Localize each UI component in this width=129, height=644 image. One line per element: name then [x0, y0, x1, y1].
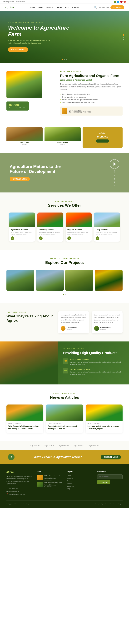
google-plus-icon[interactable]	[124, 1, 126, 3]
footer-newsletter-input[interactable]	[97, 474, 123, 479]
intro-list: Lorem ipsum is not simply random text If…	[60, 93, 123, 104]
service-3-arrow[interactable]: →	[67, 236, 71, 240]
news-1-title[interactable]: Why Eco and Walking or Agriculture for T…	[8, 425, 41, 430]
footer-news-item-2[interactable]: A Place Where Happy More Make a Differen…	[37, 481, 62, 488]
nav-item-contact[interactable]: Contact	[72, 6, 79, 8]
project-card-4[interactable]	[95, 270, 123, 291]
seedling-icon: 🌱	[64, 370, 67, 372]
footer-explore-contact[interactable]: Contact Us	[67, 485, 92, 488]
service-4-arrow[interactable]: →	[96, 236, 99, 240]
footer-bottom: © Copyright 2022 by Iss Creative Company…	[6, 500, 123, 505]
service-1-arrow[interactable]: →	[11, 236, 14, 240]
nav-item-about[interactable]: About	[38, 6, 43, 8]
service-2-arrow[interactable]: →	[39, 236, 43, 240]
feature-card-2-image	[44, 127, 81, 140]
intro-tip: BEFORE SOWING Tips for Ripening your Fru…	[60, 106, 123, 116]
carousel-dot-2[interactable]	[65, 294, 66, 295]
service-2-body: Fresh Vegetables Lorem ipsum is simply f…	[37, 227, 63, 242]
footer-news-2-title: A Place Where Happy More Make a Differen…	[44, 482, 62, 486]
news-3-title[interactable]: Leverage agile frameworks to provide a r…	[88, 425, 121, 430]
hq-item-2-icon: 🌱	[63, 368, 68, 374]
carousel-dot-1[interactable]	[63, 294, 64, 295]
footer-newsletter-title: Newsletter	[97, 470, 123, 472]
service-card-4: Dairy Products Lorem ipsum is simply fre…	[94, 212, 120, 242]
stat-label: Successful Project Completed	[9, 107, 26, 108]
hero-dot-2[interactable]	[64, 59, 65, 60]
twitter-icon[interactable]	[117, 1, 119, 3]
intro-farm-image	[6, 71, 42, 98]
nav-item-pages[interactable]: Pages	[57, 6, 62, 8]
testimonial-1-author: Christina Eva Customer	[61, 326, 86, 331]
nav-item-blog[interactable]: Blog	[65, 6, 69, 8]
feature-card-1-sublabel: Standards	[6, 144, 43, 145]
hero-title: Welcome to Agriculture Farm	[8, 24, 69, 37]
feature-card-1-image	[6, 127, 43, 140]
news-1-comments: 0 Comments	[13, 422, 21, 424]
project-card-2[interactable]	[36, 270, 64, 291]
pinterest-icon[interactable]	[120, 1, 123, 3]
facebook-icon[interactable]	[114, 1, 116, 3]
news-2-title[interactable]: Bring to the table win-win survival stra…	[48, 425, 81, 430]
partner-5: agriworld	[89, 444, 99, 447]
nav-item-services[interactable]: Services	[46, 6, 54, 8]
footer-explore-blog[interactable]: Blog	[67, 488, 92, 490]
hero-side-nav	[123, 34, 124, 40]
news-1-category: FARM	[8, 422, 12, 424]
service-2-desc: Lorem ipsum is simply free text dolor si…	[39, 231, 62, 235]
arrow-icon-2: →	[40, 238, 42, 239]
play-button[interactable]	[110, 159, 119, 169]
project-card-1[interactable]	[6, 270, 34, 291]
search-icon[interactable]: 🔍	[94, 6, 97, 8]
footer-support-link[interactable]: Support	[118, 503, 123, 505]
arrow-icon-4: →	[97, 238, 98, 239]
service-4-image	[94, 212, 120, 227]
hero-dot-1[interactable]	[62, 59, 63, 60]
hero-discover-button[interactable]: DISCOVER MORE	[8, 47, 28, 52]
nav-item-home[interactable]: Home	[30, 6, 35, 8]
footer-explore-services[interactable]: Services	[67, 480, 92, 482]
hq-item-2-desc: There are many variations of passages av…	[70, 371, 123, 376]
news-card-1: FARM 0 Comments Why Eco and Walking or A…	[6, 404, 43, 433]
hero-dots	[62, 59, 67, 60]
hero-slide-indicator-2[interactable]	[123, 37, 124, 38]
footer-explore-projects[interactable]: Projects	[67, 482, 92, 485]
hq-item-1-text: Making Healthy Foods There are many vari…	[70, 358, 123, 366]
service-4-desc: Lorem ipsum is simply free text dolor si…	[96, 231, 118, 235]
play-icon	[114, 162, 116, 166]
matters-discover-button[interactable]: DISCOVER MORE	[10, 177, 30, 181]
intro-image-column: 87,600 Successful Project Completed	[6, 71, 55, 110]
project-1-overlay	[6, 270, 34, 291]
footer-newsletter-button[interactable]: ➤ Subscribe	[97, 480, 110, 484]
news-2-category: FARM	[48, 422, 51, 424]
get-quote-button[interactable]: Get a Quote	[111, 5, 124, 9]
topbar-email: info@agriox.com	[3, 1, 14, 2]
hero-slide-indicator-3[interactable]	[123, 39, 124, 40]
partners-section: agriexpo agrishop agriseeds agritools ag…	[0, 441, 129, 450]
project-card-3[interactable]	[65, 270, 93, 291]
cta-text: We're Leader in Agriculture Market	[34, 456, 81, 459]
hero-slide-indicator-1[interactable]	[123, 34, 124, 36]
intro-subtitle: We're Leader in Agriculture Market	[60, 79, 123, 81]
footer-col-explore: Explore Home About Us Services Projects …	[67, 470, 92, 496]
news-3-comments: 0 Comments	[93, 422, 100, 424]
footer-col-news: News A Place Where Happy More Make a Dif…	[37, 470, 62, 496]
footer-explore-home[interactable]: Home	[67, 474, 92, 477]
wheat-icon: 🌾	[64, 360, 67, 362]
footer-explore-about[interactable]: About Us	[67, 477, 92, 480]
hero-dot-3[interactable]	[66, 59, 67, 60]
footer-privacy-link[interactable]: Privacy Policy	[95, 503, 103, 505]
service-1-desc: Lorem ipsum is simply free text dolor si…	[11, 231, 33, 235]
footer-news-item-1[interactable]: A Place Where Happy More Make a Differen…	[37, 474, 62, 481]
tip-content: BEFORE SOWING Tips for Ripening your Fru…	[69, 110, 91, 113]
projects-tag: RECENTLY COMPLETED WORK	[6, 258, 123, 260]
footer-terms-link[interactable]: Terms & Conditions	[105, 503, 116, 505]
feature-discover-button[interactable]: DISCOVER NOW	[96, 140, 109, 142]
project-3-overlay	[65, 270, 93, 291]
news-grid: FARM 0 Comments Why Eco and Walking or A…	[6, 404, 123, 433]
feature-card-2-label: Smart Organic	[44, 140, 81, 144]
footer-news-list: A Place Where Happy More Make a Differen…	[37, 474, 62, 488]
services-header: WHAT WE PROVIDE Services We Offer	[6, 200, 123, 208]
cta-button[interactable]: DISCOVER MORE	[101, 455, 121, 460]
testimonials-cards: Lorem ipsum is simply free text dolor si…	[58, 311, 123, 334]
service-2-image	[37, 212, 63, 227]
